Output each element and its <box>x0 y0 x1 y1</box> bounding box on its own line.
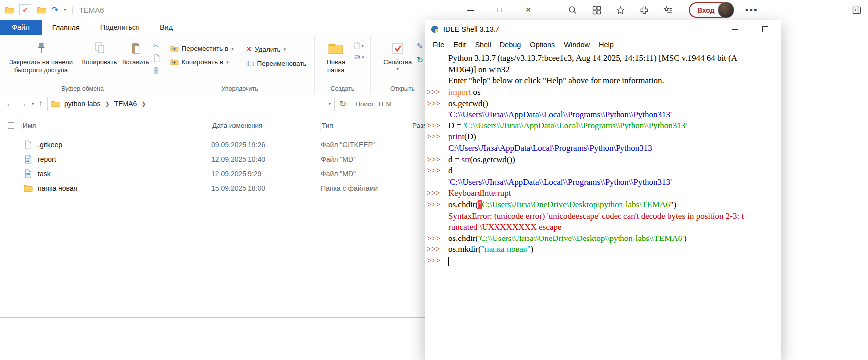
new-item-button[interactable]: ▾ <box>354 42 364 49</box>
idle-maximize-button[interactable] <box>750 20 781 38</box>
menu-window[interactable]: Window <box>559 41 594 49</box>
shell-prompt: >>> <box>425 88 446 97</box>
tab-file[interactable]: Файл <box>0 20 42 35</box>
idle-line: >>>d <box>425 165 781 177</box>
menu-file[interactable]: File <box>428 41 449 49</box>
history-icon: ↻ <box>417 55 423 65</box>
breadcrumb-python-labs[interactable]: python-labs <box>64 100 100 108</box>
pin-icon <box>36 40 47 57</box>
paste-shortcut-button[interactable] <box>153 67 160 74</box>
properties-button[interactable]: Свойства ▾ <box>380 37 415 84</box>
qat-customize-chevron-icon[interactable]: ▾ <box>64 7 66 12</box>
tab-home[interactable]: Главная <box>42 20 90 35</box>
more-menu-icon[interactable]: ••• <box>746 5 757 16</box>
maximize-button[interactable]: □ <box>485 0 514 20</box>
browser-toolbar: Вход ••• <box>543 0 868 20</box>
idle-window-title: IDLE Shell 3.13.7 <box>443 25 499 33</box>
file-name[interactable]: папка новая <box>37 184 211 192</box>
select-all-checkbox[interactable] <box>0 119 22 132</box>
up-button[interactable]: ↑ <box>39 99 43 109</box>
shell-prompt: >>> <box>425 245 446 254</box>
file-name[interactable]: task <box>37 170 211 178</box>
address-bar[interactable]: python-labs ❯ ТЕМА6 ❯ ▾ <box>47 97 335 111</box>
idle-minimize-button[interactable] <box>719 20 750 38</box>
menu-debug[interactable]: Debug <box>496 41 526 49</box>
idle-line: >>>KeyboardInterrupt <box>425 188 781 199</box>
paste-button[interactable]: Вставить <box>120 37 152 84</box>
menu-options[interactable]: Options <box>525 41 559 49</box>
pin-to-quick-access-button[interactable]: Закрепить на панели быстрого доступа <box>3 37 79 84</box>
tab-share[interactable]: Поделиться <box>90 20 150 35</box>
forward-button[interactable]: → <box>19 99 27 109</box>
menu-help[interactable]: Help <box>594 41 618 49</box>
easy-access-button[interactable]: ▾ <box>354 54 364 60</box>
avatar[interactable] <box>718 2 734 18</box>
breadcrumb-separator-icon: ❯ <box>141 101 146 107</box>
copy-to-icon <box>170 59 179 65</box>
group-label-clipboard: Буфер обмена <box>0 85 165 92</box>
column-type[interactable]: Тип <box>321 119 411 132</box>
collections-icon[interactable] <box>591 5 602 16</box>
copy-to-chevron-icon: ▾ <box>226 60 229 65</box>
file-name[interactable]: .gitkeep <box>37 141 211 149</box>
move-to-button[interactable]: Переместить в ▾ <box>170 45 240 52</box>
clipboard-mini-buttons: ✂ <box>152 37 162 84</box>
delete-button[interactable]: ✕ Удалить ▾ <box>246 45 310 54</box>
column-name[interactable]: Имя <box>22 119 211 132</box>
qat-redo-icon[interactable]: ↷ <box>51 5 58 15</box>
properties-icon <box>391 40 404 57</box>
favorites-star-icon[interactable] <box>615 5 626 16</box>
column-date-modified[interactable]: Дата изменения <box>211 119 321 132</box>
md-icon <box>22 155 37 164</box>
shell-prompt: >>> <box>425 166 446 175</box>
breadcrumb-tema6[interactable]: ТЕМА6 <box>114 100 137 108</box>
extensions-icon[interactable] <box>639 5 650 16</box>
idle-menubar: File Edit Shell Debug Options Window Hel… <box>425 38 781 51</box>
rename-button[interactable]: Переименовать <box>246 60 310 67</box>
idle-line: >>>d = str(os.getcwd()) <box>425 154 781 165</box>
history-button[interactable]: ↻ <box>417 55 423 65</box>
new-folder-button[interactable]: Новая папка <box>319 37 352 84</box>
recent-locations-chevron-icon[interactable]: ▾ <box>32 101 34 106</box>
file-date: 09.09.2025 19:26 <box>211 141 321 149</box>
idle-titlebar[interactable]: IDLE Shell 3.13.7 <box>425 20 781 38</box>
file-name[interactable]: report <box>37 155 211 163</box>
search-icon[interactable] <box>567 5 578 16</box>
breadcrumb-separator-icon: ❯ <box>105 101 109 107</box>
move-to-chevron-icon: ▾ <box>231 46 234 51</box>
close-button[interactable]: ✕ <box>514 0 543 20</box>
explorer-window-title: ТЕМА6 <box>79 6 104 14</box>
shell-prompt: >>> <box>425 189 446 198</box>
properties-chevron-icon: ▾ <box>397 66 399 72</box>
idle-line: Python 3.13.7 (tags/v3.13.7:bcee1c3, Aug… <box>425 53 781 64</box>
copy-button[interactable]: Копировать <box>79 37 120 84</box>
sidebar-toggle-icon[interactable] <box>851 5 862 16</box>
idle-line: >>>print(D) <box>425 131 781 143</box>
idle-shell-text-area[interactable]: Python 3.13.7 (tags/v3.13.7:bcee1c3, Aug… <box>425 51 781 360</box>
minimize-button[interactable]: — <box>456 0 485 20</box>
explorer-titlebar[interactable]: ✔ ↷ ▾ | ТЕМА6 — □ ✕ <box>0 0 543 20</box>
idle-line: 'C:\\Users\\Лиза\\AppData\\Local\\Progra… <box>425 177 781 188</box>
back-button[interactable]: ← <box>6 99 14 109</box>
refresh-icon[interactable]: ↻ <box>339 99 346 109</box>
favorites-bar-icon[interactable] <box>663 5 674 16</box>
address-dropdown-icon[interactable]: ▾ <box>329 101 331 106</box>
menu-shell[interactable]: Shell <box>470 41 495 49</box>
search-input[interactable]: Поиск: ТЕМ <box>351 97 410 111</box>
copy-icon <box>94 40 106 57</box>
login-label: Вход <box>697 6 715 14</box>
qat-properties-icon[interactable]: ✔ <box>19 4 31 15</box>
qat-new-folder-icon[interactable] <box>37 6 46 14</box>
login-button[interactable]: Вход <box>689 2 734 18</box>
edit-button[interactable]: ✎ <box>417 42 423 51</box>
pencil-icon: ✎ <box>417 42 423 51</box>
tab-view[interactable]: Вид <box>150 20 183 35</box>
copy-to-button[interactable]: Копировать в ▾ <box>170 58 240 66</box>
paste-label: Вставить <box>122 58 149 66</box>
file-date: 12.09.2025 10:40 <box>211 155 321 163</box>
copy-path-button[interactable] <box>153 54 160 62</box>
menu-edit[interactable]: Edit <box>449 41 470 49</box>
file-date: 15.09.2025 18:00 <box>211 184 321 192</box>
idle-line: runcated \UXXXXXXXX escape <box>425 222 781 233</box>
cut-button[interactable]: ✂ <box>153 42 160 50</box>
